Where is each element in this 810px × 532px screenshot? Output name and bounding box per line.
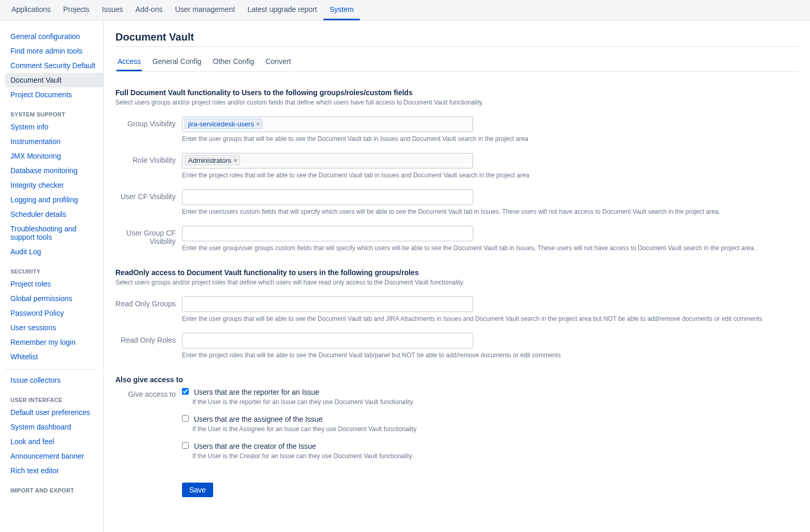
sub-tabs: Access General Config Other Config Conve… [115,54,799,72]
topnav-user-management[interactable]: User management [169,0,241,20]
input-read-only-roles[interactable] [182,333,473,348]
hint-user-cf-visibility: Enter the user/users custom fields that … [182,208,799,215]
section-title-also-access: Also give access to [115,375,799,384]
topnav-projects[interactable]: Projects [57,0,96,20]
sidebar-item-scheduler-details[interactable]: Scheduler details [5,207,103,222]
sidebar-item-remember-my-login[interactable]: Remember my login [5,335,103,349]
sidebar-item-general-configuration[interactable]: General configuration [5,29,103,44]
sidebar-item-password-policy[interactable]: Password Policy [5,306,103,320]
checkbox-reporter[interactable] [182,388,189,395]
sidebar-item-document-vault[interactable]: Document Vault [5,73,103,87]
hint-read-only-groups: Enter the user groups that will be able … [182,315,799,322]
label-user-group-cf-visibility: User Group CF Visibility [115,226,182,245]
input-role-visibility[interactable]: Administrators × [182,153,473,168]
sidebar-item-issue-collectors[interactable]: Issue collectors [5,373,103,387]
checkbox-label-reporter: Users that are the reporter for an Issue [194,388,319,396]
sidebar-item-troubleshooting-support-tools[interactable]: Troubleshooting and support tools [5,222,103,244]
checkbox-hint-creator: If the User is the Creator for an Issue … [192,452,799,460]
checkbox-hint-reporter: If the User is the reporter for an Issue… [192,398,799,406]
label-group-visibility: Group Visibility [115,116,182,128]
checkbox-assignee[interactable] [182,415,189,422]
hint-role-visibility: Enter the project roles that will be abl… [182,172,799,179]
hint-user-group-cf-visibility: Enter the user group/user groups custom … [182,244,799,252]
sidebar-item-system-info[interactable]: System info [5,120,103,134]
main-content: Document Vault Access General Config Oth… [104,21,810,532]
topnav-latest-upgrade-report[interactable]: Latest upgrade report [241,0,323,20]
sidebar-item-rich-text-editor[interactable]: Rich text editor [5,463,103,478]
subtab-convert[interactable]: Convert [265,54,292,71]
section-desc-readonly: Select users groups and/or project roles… [115,279,799,286]
sidebar-item-whitelist[interactable]: Whitelist [5,349,103,364]
sidebar-divider [5,369,98,370]
label-read-only-roles: Read Only Roles [115,333,182,344]
remove-chip-icon[interactable]: × [233,157,238,164]
sidebar-item-system-dashboard[interactable]: System dashboard [5,420,103,434]
topnav-addons[interactable]: Add-ons [129,0,169,20]
sidebar-heading-user-interface: USER INTERFACE [5,387,103,405]
input-user-group-cf-visibility[interactable] [182,226,473,241]
section-desc-full-access: Select users groups and/or project roles… [115,99,799,106]
section-title-full-access: Full Document Vault functionality to Use… [115,88,799,97]
label-role-visibility: Role Visibility [115,153,182,164]
sidebar-item-project-roles[interactable]: Project roles [5,277,103,291]
checkbox-creator[interactable] [182,442,189,449]
chip-administrators[interactable]: Administrators × [185,155,240,165]
sidebar-item-audit-log[interactable]: Audit Log [5,244,103,259]
sidebar-heading-system-support: SYSTEM SUPPORT [5,102,103,120]
checkbox-hint-assignee: If the User is the Assignee for an Issue… [192,425,799,433]
top-nav: Applications Projects Issues Add-ons Use… [0,0,810,21]
page-title: Document Vault [115,31,799,47]
chip-jira-servicedesk-users[interactable]: jira-servicedesk-users × [185,119,263,129]
input-user-cf-visibility[interactable] [182,189,473,205]
save-button[interactable]: Save [182,483,213,497]
sidebar-item-database-monitoring[interactable]: Database monitoring [5,163,103,178]
label-read-only-groups: Read Only Groups [115,296,182,308]
input-read-only-groups[interactable] [182,296,473,312]
chip-label: jira-servicedesk-users [188,120,254,128]
subtab-access[interactable]: Access [116,54,142,71]
sidebar-item-logging-profiling[interactable]: Logging and profiling [5,192,103,207]
sidebar-heading-import-export: IMPORT AND EXPORT [5,478,103,496]
sidebar-item-default-user-preferences[interactable]: Default user preferences [5,405,103,420]
sidebar-item-integrity-checker[interactable]: Integrity checker [5,178,103,192]
hint-read-only-roles: Enter the project roles that will be abl… [182,352,799,359]
sidebar-heading-security: SECURITY [5,259,103,277]
sidebar-item-user-sessions[interactable]: User sessions [5,320,103,335]
sidebar-item-comment-security-default[interactable]: Comment Security Default [5,58,103,73]
sidebar-item-instrumentation[interactable]: Instrumentation [5,134,103,149]
remove-chip-icon[interactable]: × [256,120,260,128]
input-group-visibility[interactable]: jira-servicedesk-users × [182,116,473,132]
sidebar-item-project-documents[interactable]: Project Documents [5,87,103,102]
sidebar-item-jmx-monitoring[interactable]: JMX Monitoring [5,149,103,163]
label-user-cf-visibility: User CF Visibility [115,189,182,201]
sidebar-item-announcement-banner[interactable]: Announcement banner [5,449,103,463]
topnav-system[interactable]: System [323,0,360,20]
subtab-general-config[interactable]: General Config [151,54,202,71]
chip-label: Administrators [188,157,231,164]
sidebar-item-global-permissions[interactable]: Global permissions [5,291,103,306]
topnav-applications[interactable]: Applications [5,0,57,20]
sidebar-item-look-and-feel[interactable]: Look and feel [5,434,103,449]
label-give-access-to: Give access to [115,387,182,398]
section-title-readonly: ReadOnly access to Document Vault functi… [115,268,799,277]
checkbox-label-creator: Users that are the creator of the Issue [194,442,316,450]
sidebar: General configuration Find more admin to… [0,21,104,532]
hint-group-visibility: Enter the user groups that will be able … [182,135,799,142]
sidebar-item-find-more-admin-tools[interactable]: Find more admin tools [5,44,103,58]
topnav-issues[interactable]: Issues [96,0,129,20]
checkbox-label-assignee: Users that are the assignee of the Issue [194,415,322,423]
subtab-other-config[interactable]: Other Config [212,54,255,71]
